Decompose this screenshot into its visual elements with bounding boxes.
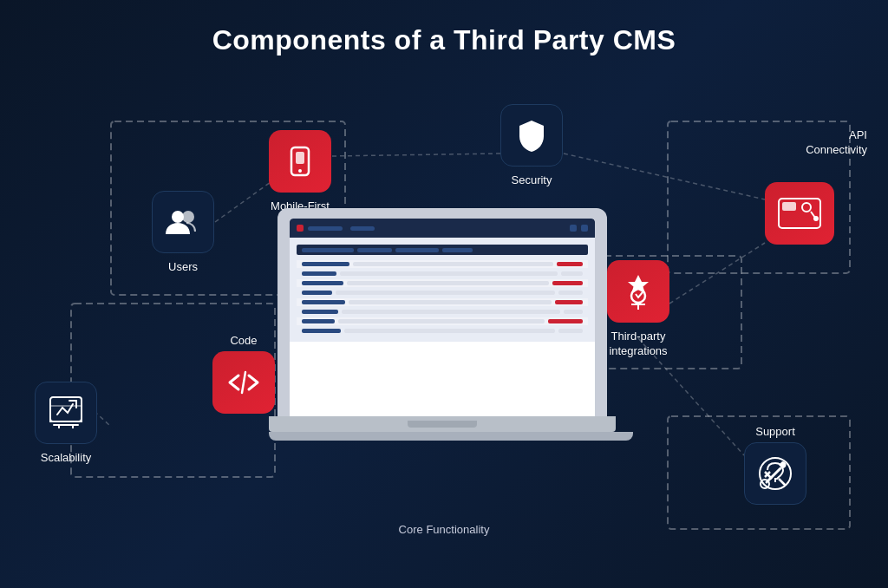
svg-line-8 (669, 243, 765, 304)
svg-point-19 (802, 203, 811, 212)
users-icon (164, 203, 202, 241)
support-label: Support (744, 425, 806, 440)
screen-body (290, 238, 595, 342)
svg-point-15 (298, 169, 302, 173)
api-label: APIConnectivity (735, 128, 867, 158)
scalability-label: Scalability (35, 451, 97, 466)
laptop-screen (290, 219, 595, 416)
mobile-icon (284, 145, 317, 178)
svg-point-27 (761, 480, 769, 488)
code-icon (225, 363, 263, 402)
security-icon-box (500, 104, 563, 167)
topbar-dot-3 (581, 225, 588, 232)
support-icon-box (744, 442, 806, 505)
svg-rect-16 (296, 152, 304, 164)
svg-point-20 (813, 216, 819, 221)
svg-line-7 (564, 154, 765, 199)
code-icon-box (212, 351, 275, 414)
third-party-icon-box (607, 260, 669, 323)
api-icon (777, 197, 822, 230)
users-label: Users (152, 260, 214, 275)
laptop-foot (269, 432, 633, 441)
api-icon-box (765, 182, 834, 245)
svg-line-28 (242, 372, 245, 393)
svg-line-6 (332, 154, 500, 156)
security-label: Security (500, 173, 563, 188)
main-container: Components of a Third Party CMS (0, 0, 888, 588)
topbar-line-2 (350, 226, 375, 231)
svg-line-25 (779, 479, 786, 486)
topbar-line-1 (308, 226, 343, 231)
third-party-icon (618, 271, 658, 311)
svg-point-13 (182, 211, 194, 223)
mobile-first-icon-box (269, 130, 331, 193)
laptop-notch (408, 421, 477, 428)
laptop-base (269, 416, 616, 432)
svg-point-21 (631, 289, 645, 303)
svg-point-12 (172, 211, 184, 223)
core-label: Core Functionality (382, 523, 506, 538)
page-title: Components of a Third Party CMS (0, 0, 888, 56)
laptop (269, 208, 616, 451)
support-icon (756, 454, 794, 493)
topbar-dot-1 (297, 225, 304, 232)
laptop-screen-outer (278, 208, 607, 416)
screen-topbar (290, 219, 595, 238)
scalability-icon (47, 394, 85, 432)
scalability-icon-box (35, 382, 97, 444)
security-icon (513, 117, 550, 154)
code-label: Code (212, 334, 275, 349)
topbar-dot-2 (570, 225, 577, 232)
users-icon-box (152, 191, 214, 253)
svg-rect-18 (782, 202, 796, 211)
